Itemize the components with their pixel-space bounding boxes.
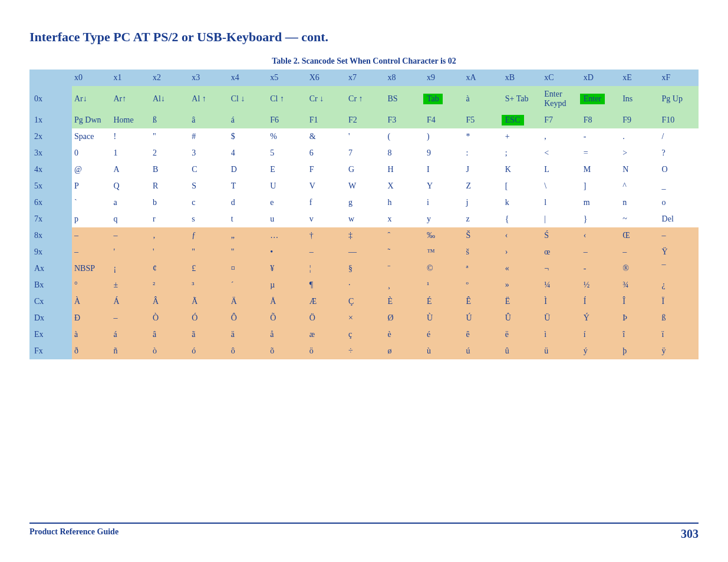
cell: Á <box>111 293 150 310</box>
cell: $ <box>229 128 268 145</box>
cell: ½ <box>581 277 620 293</box>
cell: ã <box>189 326 228 343</box>
cell: P <box>72 178 111 194</box>
cell: á <box>229 112 268 128</box>
cell: Ś <box>542 227 581 244</box>
column-header: x5 <box>268 70 307 86</box>
row-header: Bx <box>29 277 72 293</box>
cell: = <box>581 145 620 161</box>
cell: X <box>386 178 424 194</box>
cell: Ù <box>424 310 463 326</box>
row-header: 1x <box>29 112 72 128</box>
cell: Þ <box>620 310 659 326</box>
cell: ò <box>150 343 189 359</box>
cell: L <box>542 161 581 178</box>
cell: O <box>660 161 699 178</box>
cell: K <box>503 161 542 178</box>
cell: | <box>542 211 581 227</box>
cell: ¨ <box>386 260 424 277</box>
table-row: CxÀÁÂÃÄÅÆÇÈÉÊËÌÍÎÏ <box>29 293 699 310</box>
cell: ¿ <box>660 277 699 293</box>
cell: ] <box>581 178 620 194</box>
cell: M <box>581 161 620 178</box>
row-header: 5x <box>29 178 72 194</box>
table-row: 3x0123456789:;<=>? <box>29 145 699 161</box>
cell: ‰ <box>424 227 463 244</box>
cell: Q <box>111 178 150 194</box>
cell: , <box>542 128 581 145</box>
cell: f <box>307 194 346 211</box>
cell: Space <box>72 128 111 145</box>
cell: Del <box>660 211 699 227</box>
page-footer: Product Reference Guide 303 <box>29 523 699 541</box>
cell: ! <box>111 128 150 145</box>
table-row: 1xPg DwnHomeßâáF6F1F2F3F4F5ESCF7F8F9F10 <box>29 112 699 128</box>
cell: h <box>386 194 424 211</box>
cell: Â <box>150 293 189 310</box>
cell: – <box>581 244 620 260</box>
cell: Cl ↓ <box>229 86 268 112</box>
column-header: X6 <box>307 70 346 86</box>
cell: Ê <box>463 293 502 310</box>
cell: À <box>72 293 111 310</box>
row-header: 2x <box>29 128 72 145</box>
cell: Cl ↑ <box>268 86 307 112</box>
cell: > <box>620 145 659 161</box>
cell: _ <box>660 178 699 194</box>
cell: ƒ <box>189 227 228 244</box>
cell: ` <box>72 194 111 211</box>
cell: T <box>229 178 268 194</box>
cell: W <box>346 178 385 194</box>
row-header: 0x <box>29 86 72 112</box>
cell: BS <box>386 86 424 112</box>
cell: ' <box>111 244 150 260</box>
cell: % <box>268 128 307 145</box>
cell: ð <box>72 343 111 359</box>
cell: Ø <box>386 310 424 326</box>
table-row: 0xAr↓Ar↑Al↓Al ↑Cl ↓Cl ↑Cr ↓Cr ↑BSTabàS+ … <box>29 86 699 112</box>
cell: ¥ <box>268 260 307 277</box>
cell: ¾ <box>620 277 659 293</box>
column-header: x0 <box>72 70 111 86</box>
cell: Ý <box>581 310 620 326</box>
cell: { <box>503 211 542 227</box>
table-row: Bx°±²³´µ¶·¸¹º»¼½¾¿ <box>29 277 699 293</box>
cell: F6 <box>268 112 307 128</box>
cell: x <box>386 211 424 227</box>
cell: 3 <box>189 145 228 161</box>
cell: û <box>503 343 542 359</box>
cell: F9 <box>620 112 659 128</box>
cell: ™ <box>424 244 463 260</box>
row-header: 4x <box>29 161 72 178</box>
cell: à <box>463 86 502 112</box>
column-header: x7 <box>346 70 385 86</box>
cell: . <box>620 128 659 145</box>
cell: A <box>111 161 150 178</box>
table-row: 9x–''""•–—˜™š›œ––Ÿ <box>29 244 699 260</box>
cell: " <box>229 244 268 260</box>
cell: ° <box>72 277 111 293</box>
table-row: DxÐ–ÒÓÔÕÖ×ØÙÚÛÜÝÞß <box>29 310 699 326</box>
cell: Ç <box>346 293 385 310</box>
cell: » <box>503 277 542 293</box>
cell: w <box>346 211 385 227</box>
header-corner <box>29 70 72 86</box>
cell: ï <box>660 326 699 343</box>
cell: Cr ↑ <box>346 86 385 112</box>
cell: – <box>111 227 150 244</box>
cell: à <box>72 326 111 343</box>
cell: ù <box>424 343 463 359</box>
cell: ® <box>620 260 659 277</box>
table-row: 8x––‚ƒ„…†‡ˆ‰Š‹Ś‹Œ– <box>29 227 699 244</box>
cell: S+ Tab <box>503 86 542 112</box>
cell: l <box>542 194 581 211</box>
page-title: Interface Type PC AT PS/2 or USB-Keyboar… <box>29 29 699 45</box>
cell: S <box>189 178 228 194</box>
cell: g <box>346 194 385 211</box>
table-row: 5xPQRSTUVWXYZ[\]^_ <box>29 178 699 194</box>
cell: 1 <box>111 145 150 161</box>
cell: q <box>111 211 150 227</box>
cell: ³ <box>189 277 228 293</box>
cell: I <box>424 161 463 178</box>
cell: – <box>660 227 699 244</box>
